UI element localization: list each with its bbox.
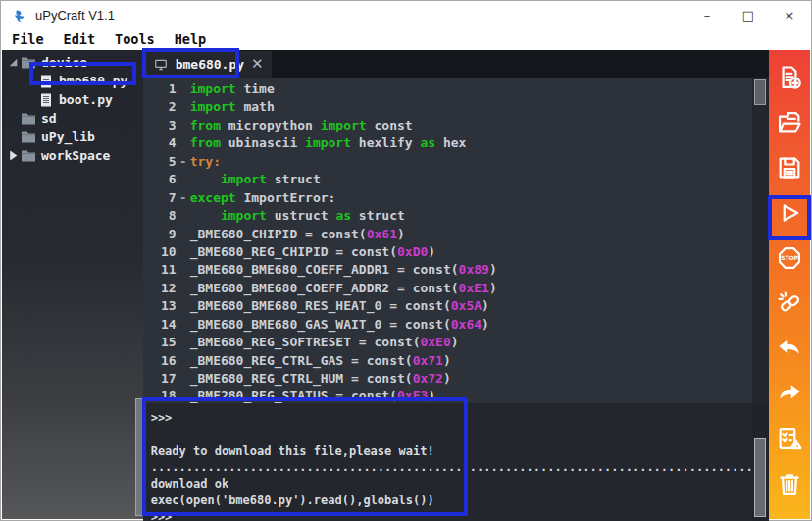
- tab-close-icon[interactable]: ✕: [251, 57, 264, 72]
- fold-spacer: [177, 134, 190, 152]
- code-text: _BME680_BME680_COEFF_ADDR1 = const(0x89): [190, 261, 497, 279]
- new-file-icon: [776, 64, 803, 91]
- tree-item-device[interactable]: device: [2, 53, 143, 72]
- console-line-1: [151, 427, 752, 443]
- fold-spacer: [177, 171, 190, 188]
- fold-marker-icon[interactable]: -: [177, 153, 190, 171]
- download-and-run-button[interactable]: [769, 190, 810, 235]
- tree-item-label: sd: [41, 111, 57, 126]
- stop-icon: STOP: [776, 244, 803, 272]
- redo-button[interactable]: [769, 371, 810, 416]
- code-line-15: 15_BME680_REG_SOFTRESET = const(0xE0): [143, 334, 752, 351]
- fold-spacer: [177, 297, 190, 315]
- line-number: 7: [143, 189, 177, 207]
- toolbar: STOP: [769, 50, 810, 519]
- fold-spacer: [177, 316, 190, 334]
- tree-item-label: bme680.py: [59, 74, 127, 88]
- folder-icon: [20, 112, 36, 126]
- file-icon: [37, 93, 54, 107]
- tree-arrow-spacer: [7, 130, 20, 143]
- sidebar-scrollbar[interactable]: [135, 398, 143, 516]
- monitor-icon: [153, 58, 169, 72]
- code-text: from micropython import const: [190, 117, 413, 134]
- menu-item-help[interactable]: Help: [175, 31, 207, 47]
- code-line-4: 4from ubinascii import hexlify as hex: [143, 134, 752, 152]
- code-line-2: 2import math: [143, 98, 752, 116]
- tree-arrow-spacer: [25, 93, 37, 106]
- code-line-3: 3from micropython import const: [143, 117, 752, 134]
- fold-spacer: [177, 80, 190, 98]
- close-button[interactable]: ×: [769, 2, 810, 28]
- line-number: 17: [143, 370, 177, 388]
- app-logo-icon: [13, 8, 27, 24]
- tree-item-boot-py[interactable]: boot.py: [2, 90, 143, 109]
- editor-scrollbar-thumb[interactable]: [754, 79, 766, 105]
- undo-button[interactable]: [769, 326, 810, 371]
- code-text: try:: [190, 153, 221, 171]
- code-editor[interactable]: 1import time2import math3from micropytho…: [143, 78, 752, 403]
- menu-item-file[interactable]: File: [12, 31, 44, 47]
- fold-spacer: [177, 280, 190, 297]
- code-text: _BME680_REG_CTRL_GAS = const(0x71): [190, 352, 451, 370]
- tree-arrow-spacer: [25, 75, 37, 87]
- tree-item-label: boot.py: [59, 92, 113, 107]
- code-line-9: 9_BME680_CHIPID = const(0x61): [143, 226, 752, 243]
- tree-item-label: uPy_lib: [41, 130, 95, 144]
- save-icon: [776, 154, 803, 182]
- maximize-button[interactable]: □: [728, 2, 769, 28]
- tree-collapsed-arrow-icon[interactable]: [7, 149, 20, 162]
- redo-icon: [776, 380, 803, 407]
- tab-label: bme680.py: [176, 57, 244, 72]
- code-line-8: 8 import ustruct as struct: [143, 207, 752, 225]
- code-text: _BME680_BME680_RES_HEAT_0 = const(0x5A): [190, 297, 489, 315]
- folder-icon: [20, 149, 36, 163]
- stop-button[interactable]: STOP: [769, 235, 810, 281]
- line-number: 5: [143, 153, 177, 171]
- tree-item-sd[interactable]: sd: [2, 109, 143, 128]
- code-text: import struct: [190, 171, 321, 188]
- code-text: import ustruct as struct: [190, 207, 405, 225]
- trash-icon: [776, 470, 803, 497]
- code-text: _BME680_BME680_GAS_WAIT_0 = const(0x64): [190, 316, 489, 334]
- code-text: _BME280_REG_STATUS = const(0xF3): [190, 388, 435, 403]
- code-line-5: 5-try:: [143, 153, 752, 171]
- line-number: 3: [143, 117, 177, 134]
- tabbar: bme680.py ✕: [143, 50, 769, 78]
- tree-item-upy_lib[interactable]: uPy_lib: [2, 128, 143, 146]
- menu-item-edit[interactable]: Edit: [64, 31, 96, 47]
- console-line-3: ........................................…: [151, 459, 752, 476]
- minimize-button[interactable]: –: [686, 2, 728, 28]
- line-number: 9: [143, 226, 177, 243]
- code-line-18: 18_BME280_REG_STATUS = const(0xF3): [143, 388, 752, 403]
- console[interactable]: >>>Ready to download this file,please wa…: [143, 403, 752, 521]
- tree-item-workspace[interactable]: workSpace: [2, 146, 143, 165]
- line-number: 10: [143, 243, 177, 261]
- code-line-10: 10_BME680_REG_CHIPID = const(0xD0): [143, 243, 752, 261]
- code-line-17: 17_BME680_REG_CTRL_HUM = const(0x72): [143, 370, 752, 388]
- line-number: 13: [143, 297, 177, 315]
- tree-expanded-arrow-icon[interactable]: [7, 56, 20, 69]
- code-text: _BME680_REG_CHIPID = const(0xD0): [190, 243, 435, 261]
- open-file-icon: [776, 109, 803, 136]
- tree-arrow-spacer: [7, 112, 20, 125]
- open-file-button[interactable]: [769, 100, 810, 145]
- connect-disconnect-button[interactable]: [769, 281, 810, 326]
- fold-spacer: [177, 261, 190, 279]
- code-line-16: 16_BME680_REG_CTRL_GAS = const(0x71): [143, 352, 752, 370]
- clear-button[interactable]: [769, 461, 810, 506]
- folder-icon: [20, 130, 36, 144]
- tree-item-bme680-py[interactable]: bme680.py: [2, 72, 143, 90]
- console-scrollbar-thumb[interactable]: [754, 438, 766, 517]
- file-icon: [37, 75, 54, 88]
- code-text: _BME680_CHIPID = const(0x61): [190, 226, 405, 243]
- save-file-button[interactable]: [769, 145, 810, 190]
- tab-bme680[interactable]: bme680.py ✕: [146, 51, 272, 78]
- fold-spacer: [177, 98, 190, 116]
- menu-item-tools[interactable]: Tools: [115, 31, 155, 47]
- fold-spacer: [177, 370, 190, 388]
- fold-marker-icon[interactable]: -: [177, 189, 190, 207]
- new-file-button[interactable]: [769, 55, 810, 100]
- code-text: _BME680_REG_CTRL_HUM = const(0x72): [190, 370, 451, 388]
- syntax-check-button[interactable]: [769, 416, 810, 461]
- editor-scrollbar: [752, 78, 769, 403]
